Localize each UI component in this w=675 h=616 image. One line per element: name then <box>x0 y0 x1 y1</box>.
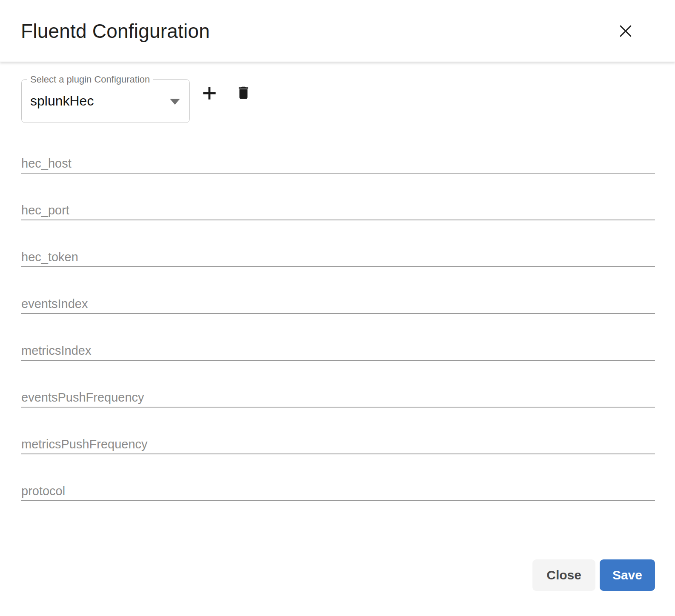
close-dialog-button[interactable] <box>615 20 636 42</box>
hec-token-input[interactable] <box>21 248 655 267</box>
field-row <box>21 482 655 501</box>
field-row <box>21 435 655 454</box>
dialog-body: Select a plugin Configuration splunkHec <box>0 62 675 616</box>
save-button[interactable]: Save <box>600 559 655 591</box>
events-push-frequency-input[interactable] <box>21 388 655 408</box>
events-index-input[interactable] <box>21 294 655 314</box>
plugin-selector-row: Select a plugin Configuration splunkHec <box>21 79 655 123</box>
metrics-push-frequency-input[interactable] <box>21 435 655 454</box>
dialog-footer: Close Save <box>21 559 655 591</box>
close-button[interactable]: Close <box>532 559 595 591</box>
add-config-button[interactable] <box>201 85 218 102</box>
field-row <box>21 154 655 174</box>
fluentd-configuration-dialog: Fluentd Configuration Select a plugin Co… <box>0 0 675 616</box>
field-row <box>21 294 655 314</box>
metrics-index-input[interactable] <box>21 341 655 361</box>
chevron-down-icon <box>170 99 180 105</box>
dialog-header: Fluentd Configuration <box>0 0 675 62</box>
field-row <box>21 341 655 361</box>
hec-host-input[interactable] <box>21 154 655 174</box>
plugin-config-select-value: splunkHec <box>30 93 94 109</box>
protocol-input[interactable] <box>21 482 655 501</box>
plugin-config-select-label: Select a plugin Configuration <box>27 74 153 85</box>
field-row <box>21 388 655 408</box>
delete-config-button[interactable] <box>235 85 252 101</box>
plugin-config-select[interactable]: Select a plugin Configuration splunkHec <box>21 79 190 123</box>
field-row <box>21 201 655 220</box>
dialog-title: Fluentd Configuration <box>21 20 210 43</box>
config-fields <box>21 154 655 501</box>
x-icon <box>618 23 634 39</box>
plus-icon <box>201 85 218 102</box>
trash-icon <box>235 85 252 101</box>
hec-port-input[interactable] <box>21 201 655 220</box>
field-row <box>21 248 655 267</box>
